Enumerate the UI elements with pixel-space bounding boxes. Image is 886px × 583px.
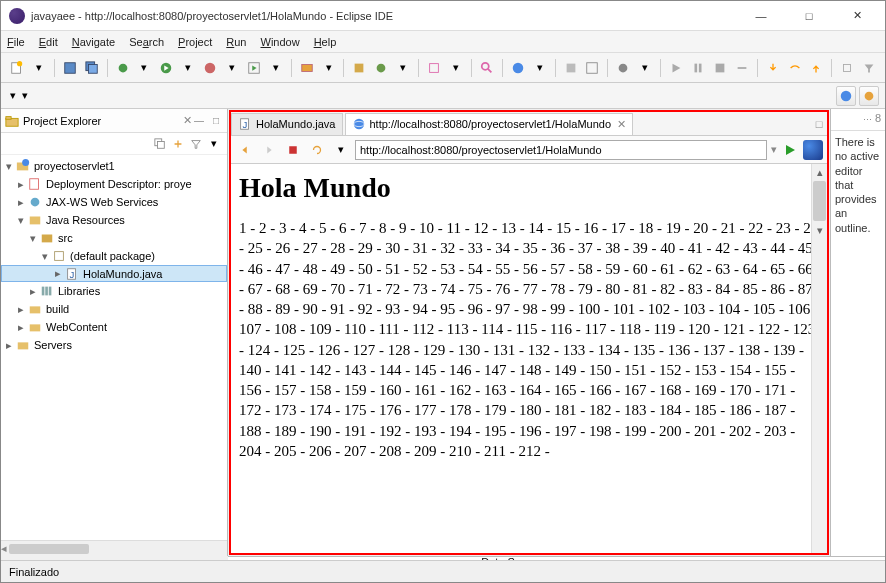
browser-forward-button[interactable]: [259, 140, 279, 160]
tree-dd[interactable]: Deployment Descriptor: proye: [46, 178, 192, 190]
new-class-button[interactable]: [371, 58, 391, 78]
save-all-button[interactable]: [82, 58, 102, 78]
dropdown-icon[interactable]: ▾: [393, 58, 413, 78]
run-last-button[interactable]: [244, 58, 264, 78]
run-button[interactable]: [156, 58, 176, 78]
browser-stop-button[interactable]: [283, 140, 303, 160]
terminate-button[interactable]: [710, 58, 730, 78]
outline-menu-icon[interactable]: ⋯: [863, 115, 872, 125]
menu-edit[interactable]: Edit: [39, 36, 58, 48]
url-dropdown-icon[interactable]: ▾: [771, 143, 777, 156]
close-tab-icon[interactable]: ✕: [617, 118, 626, 131]
expand-toggle[interactable]: ▸: [52, 267, 64, 280]
stepfilter-button[interactable]: [859, 58, 879, 78]
close-button[interactable]: ✕: [837, 2, 877, 30]
expand-toggle[interactable]: ▸: [15, 178, 27, 191]
tree-project[interactable]: proyectoservlet1: [34, 160, 115, 172]
task-button[interactable]: [582, 58, 602, 78]
link-editor-icon[interactable]: [171, 137, 185, 151]
scroll-down-icon[interactable]: ▾: [812, 222, 827, 238]
toggle-mark-button[interactable]: [561, 58, 581, 78]
minimize-button[interactable]: —: [741, 2, 781, 30]
web-browser-button[interactable]: [508, 58, 528, 78]
new-button[interactable]: [7, 58, 27, 78]
tree-javares[interactable]: Java Resources: [46, 214, 125, 226]
expand-toggle[interactable]: ▾: [3, 160, 15, 173]
browser-back-button[interactable]: [235, 140, 255, 160]
tree-libs[interactable]: Libraries: [58, 285, 100, 297]
collapse-all-icon[interactable]: [153, 137, 167, 151]
menu-window[interactable]: Window: [260, 36, 299, 48]
tree-servers[interactable]: Servers: [34, 339, 72, 351]
dropdown-icon[interactable]: ▾: [178, 58, 198, 78]
dropdown-icon[interactable]: ▾: [222, 58, 242, 78]
menu-run[interactable]: Run: [226, 36, 246, 48]
tree-src[interactable]: src: [58, 232, 73, 244]
dropdown-icon[interactable]: ▾: [29, 58, 49, 78]
perspective-jee-button[interactable]: [836, 86, 856, 106]
step-over-button[interactable]: [785, 58, 805, 78]
dropdown-icon[interactable]: ▾: [530, 58, 550, 78]
minimize-icon[interactable]: 8: [875, 112, 881, 128]
menu-search[interactable]: Search: [129, 36, 164, 48]
step-return-button[interactable]: [807, 58, 827, 78]
save-button[interactable]: [60, 58, 80, 78]
expand-toggle[interactable]: ▾: [27, 232, 39, 245]
drop-frame-button[interactable]: [837, 58, 857, 78]
dropdown-icon[interactable]: ▾: [635, 58, 655, 78]
menu-file[interactable]: File: [7, 36, 25, 48]
dropdown-icon[interactable]: ▾: [134, 58, 154, 78]
menu-project[interactable]: Project: [178, 36, 212, 48]
disconnect-button[interactable]: [732, 58, 752, 78]
dropdown-icon[interactable]: ▾: [446, 58, 466, 78]
scroll-thumb[interactable]: [813, 181, 826, 221]
tree-file[interactable]: HolaMundo.java: [83, 268, 163, 280]
expand-toggle[interactable]: ▾: [15, 214, 27, 227]
tree-pkg[interactable]: (default package): [70, 250, 155, 262]
open-type-button[interactable]: [424, 58, 444, 78]
browser-refresh-button[interactable]: [307, 140, 327, 160]
resume-button[interactable]: [666, 58, 686, 78]
tab-holamundo-java[interactable]: J HolaMundo.java: [231, 113, 343, 135]
new-server-button[interactable]: [297, 58, 317, 78]
maximize-view-icon[interactable]: □: [209, 114, 223, 128]
tree-jaxws[interactable]: JAX-WS Web Services: [46, 196, 158, 208]
coverage-button[interactable]: [200, 58, 220, 78]
profile-button[interactable]: [613, 58, 633, 78]
dropdown-icon[interactable]: ▾: [266, 58, 286, 78]
go-button[interactable]: [781, 141, 799, 159]
suspend-button[interactable]: [688, 58, 708, 78]
menu-help[interactable]: Help: [314, 36, 337, 48]
expand-toggle[interactable]: ▸: [15, 321, 27, 334]
expand-toggle[interactable]: ▾: [39, 250, 51, 263]
menu-navigate[interactable]: Navigate: [72, 36, 115, 48]
search-button[interactable]: [477, 58, 497, 78]
tree-webcontent[interactable]: WebContent: [46, 321, 107, 333]
dropdown-icon[interactable]: ▾: [10, 89, 16, 102]
url-input[interactable]: [355, 140, 767, 160]
filter-icon[interactable]: [189, 137, 203, 151]
step-into-button[interactable]: [763, 58, 783, 78]
expand-toggle[interactable]: ▸: [15, 303, 27, 316]
expand-toggle[interactable]: ▸: [3, 339, 15, 352]
minimize-view-icon[interactable]: —: [192, 114, 206, 128]
project-tree[interactable]: ▾proyectoservlet1 ▸Deployment Descriptor…: [1, 155, 227, 540]
expand-toggle[interactable]: ▸: [15, 196, 27, 209]
dropdown-icon[interactable]: ▾: [331, 140, 351, 160]
new-package-button[interactable]: [349, 58, 369, 78]
maximize-editor-icon[interactable]: □: [811, 118, 827, 130]
close-icon[interactable]: ✕: [183, 114, 192, 127]
debug-button[interactable]: [113, 58, 133, 78]
dropdown-icon[interactable]: ▾: [22, 89, 28, 102]
browser-content[interactable]: Hola Mundo 1 - 2 - 3 - 4 - 5 - 6 - 7 - 8…: [231, 164, 827, 553]
tree-build[interactable]: build: [46, 303, 69, 315]
scroll-up-icon[interactable]: ▴: [812, 164, 827, 180]
tab-browser[interactable]: http://localhost:8080/proyectoservlet1/H…: [345, 113, 634, 135]
maximize-button[interactable]: □: [789, 2, 829, 30]
view-menu-icon[interactable]: ▾: [207, 137, 221, 151]
expand-toggle[interactable]: ▸: [27, 285, 39, 298]
horizontal-scrollbar[interactable]: ◂: [1, 540, 227, 556]
perspective-debug-button[interactable]: [859, 86, 879, 106]
vertical-scrollbar[interactable]: ▴ ▾: [811, 164, 827, 553]
dropdown-icon[interactable]: ▾: [319, 58, 339, 78]
